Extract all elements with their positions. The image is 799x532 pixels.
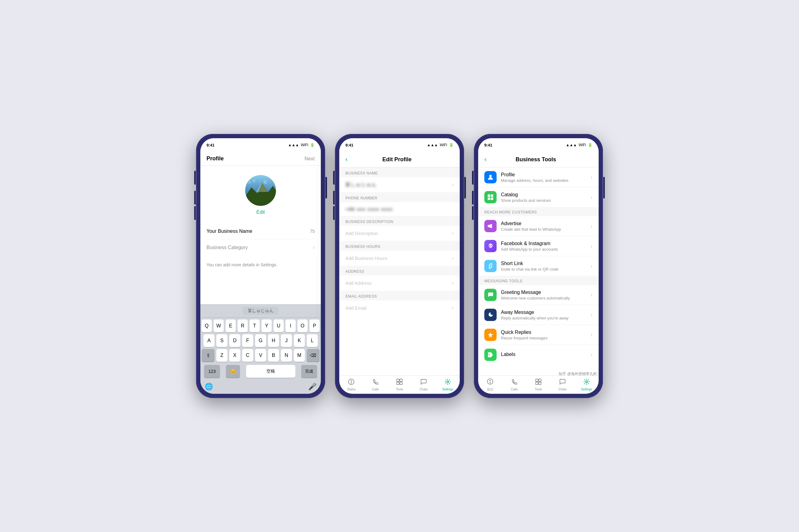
status-icons-3: ▲▲▲ WiFi 🔋	[566, 143, 593, 147]
key-g[interactable]: G	[255, 334, 266, 347]
labels-tool-name: Labels	[501, 352, 591, 357]
status-label-2: Status	[347, 388, 356, 391]
mic-icon[interactable]: 🎤	[308, 383, 317, 391]
section-hours: BUSINESS HOURS	[339, 241, 460, 251]
svg-rect-27	[539, 379, 541, 381]
profile-tool-name: Profile	[501, 172, 591, 177]
status-label-3: 状态	[487, 387, 493, 392]
description-group: Add Description ›	[339, 226, 460, 241]
advertise-tool-icon	[484, 220, 497, 232]
avatar[interactable]	[245, 175, 276, 206]
svg-point-20	[491, 245, 492, 246]
nav-settings-2[interactable]: Settings	[436, 378, 460, 391]
tool-fb-instagram[interactable]: Facebook & Instagram Add WhatsApp to you…	[478, 236, 599, 256]
description-field[interactable]: Add Description ›	[339, 226, 460, 241]
tool-profile[interactable]: Profile Manage address, hours, and websi…	[478, 167, 599, 187]
key-h[interactable]: H	[268, 334, 279, 347]
globe-icon[interactable]: 🌐	[205, 383, 213, 391]
key-f[interactable]: F	[242, 334, 253, 347]
business-name-value: 某しゅじゅん	[346, 182, 377, 188]
tool-advertise[interactable]: Advertise Create ads that lead to WhatsA…	[478, 216, 599, 236]
settings-icon-2	[444, 378, 451, 387]
next-button[interactable]: Next	[304, 156, 315, 162]
tool-catalog[interactable]: Catalog Show products and services ›	[478, 187, 599, 207]
email-placeholder: Add Email	[346, 305, 452, 310]
messaging-tools-group: Greeting Message Welcome new customers a…	[478, 285, 599, 365]
key-done[interactable]: 完成	[301, 365, 317, 378]
tool-greeting[interactable]: Greeting Message Welcome new customers a…	[478, 285, 599, 305]
fb-tool-desc: Add WhatsApp to your accounts	[501, 247, 591, 251]
svg-rect-17	[488, 197, 490, 200]
section-address: ADDRESS	[339, 266, 460, 276]
key-m[interactable]: M	[294, 349, 305, 362]
key-d[interactable]: D	[229, 334, 240, 347]
address-field[interactable]: Add Address ›	[339, 276, 460, 290]
keyboard-extra-row: 🌐 🎤	[200, 382, 321, 394]
key-k[interactable]: K	[294, 334, 305, 347]
tool-away[interactable]: Away Message Reply automatically when yo…	[478, 305, 599, 325]
key-space[interactable]: 空格	[246, 365, 295, 378]
key-z[interactable]: Z	[216, 349, 227, 362]
key-w[interactable]: W	[213, 320, 224, 332]
calls-icon-2	[372, 378, 379, 387]
bn-chevron-icon: ›	[452, 182, 453, 188]
key-emoji[interactable]: 😊	[226, 365, 240, 378]
hours-chevron-icon: ›	[452, 255, 453, 261]
nav-tools-2[interactable]: Tools	[388, 378, 411, 391]
hours-field[interactable]: Add Business Hours ›	[339, 251, 460, 266]
svg-rect-12	[400, 382, 402, 384]
business-name-edit-field[interactable]: 某しゅじゅん ›	[339, 177, 460, 192]
nav-settings-3[interactable]: Settings	[575, 378, 599, 391]
key-b[interactable]: B	[268, 349, 279, 362]
labels-chevron-icon: ›	[591, 352, 593, 358]
key-123[interactable]: 123	[204, 365, 220, 378]
key-p[interactable]: P	[310, 320, 320, 332]
bottom-nav-2: Status Calls	[339, 375, 460, 394]
nav-calls-3[interactable]: Calls	[502, 378, 526, 391]
svg-point-19	[489, 245, 490, 246]
key-a[interactable]: A	[203, 334, 215, 347]
key-x[interactable]: X	[229, 349, 240, 362]
key-i[interactable]: I	[285, 320, 296, 332]
key-u[interactable]: U	[274, 320, 284, 332]
phone-2: 9:41 ▲▲▲ WiFi 🔋 ‹ Edit Profile BUSINESS …	[335, 134, 464, 398]
tool-labels[interactable]: Labels ›	[478, 345, 599, 365]
key-v[interactable]: V	[255, 349, 266, 362]
business-name-field[interactable]: Your Business Name 75	[206, 224, 315, 239]
nav-status-2[interactable]: Status	[339, 378, 363, 391]
key-j[interactable]: J	[281, 334, 292, 347]
svg-rect-15	[488, 194, 490, 197]
key-t[interactable]: T	[249, 320, 260, 332]
info-text: You can add more details in Settings.	[200, 258, 321, 271]
svg-point-30	[586, 381, 588, 383]
key-q[interactable]: Q	[202, 320, 212, 332]
tool-quick-replies[interactable]: Quick Replies Reuse frequent messages ›	[478, 325, 599, 345]
key-n[interactable]: N	[281, 349, 292, 362]
keyboard[interactable]: 某しゅじゅん Q W E R T Y U I O P	[200, 304, 321, 394]
key-c[interactable]: C	[242, 349, 253, 362]
greeting-tool-desc: Welcome new customers automatically	[501, 296, 591, 300]
tool-short-link[interactable]: Short Link Invite to chat via link or QR…	[478, 256, 599, 276]
email-field[interactable]: Add Email ›	[339, 300, 460, 316]
business-category-field[interactable]: Business Category ›	[206, 239, 315, 255]
key-o[interactable]: O	[297, 320, 308, 332]
nav-status-3[interactable]: 状态	[478, 378, 502, 392]
key-l[interactable]: L	[307, 334, 318, 347]
reach-section-header: REACH MORE CUSTOMERS	[478, 207, 599, 216]
edit-avatar-button[interactable]: Edit	[256, 209, 265, 215]
key-e[interactable]: E	[226, 320, 236, 332]
back-button-3[interactable]: ‹	[484, 155, 486, 164]
key-s[interactable]: S	[216, 334, 227, 347]
nav-chats-2[interactable]: Chats	[411, 378, 435, 391]
nav-calls-2[interactable]: Calls	[363, 378, 387, 391]
quickreply-tool-name: Quick Replies	[501, 329, 591, 335]
section-description: BUSINESS DESCRIPTION	[339, 216, 460, 226]
key-shift[interactable]: ⇧	[202, 349, 215, 362]
nav-chats-3[interactable]: Chats	[551, 378, 574, 391]
key-r[interactable]: R	[238, 320, 248, 332]
back-button-2[interactable]: ‹	[346, 155, 348, 164]
key-y[interactable]: Y	[261, 320, 272, 332]
nav-tools-3[interactable]: Tools	[526, 378, 551, 391]
advertise-tool-content: Advertise Create ads that lead to WhatsA…	[501, 221, 591, 232]
key-delete[interactable]: ⌫	[307, 349, 320, 362]
